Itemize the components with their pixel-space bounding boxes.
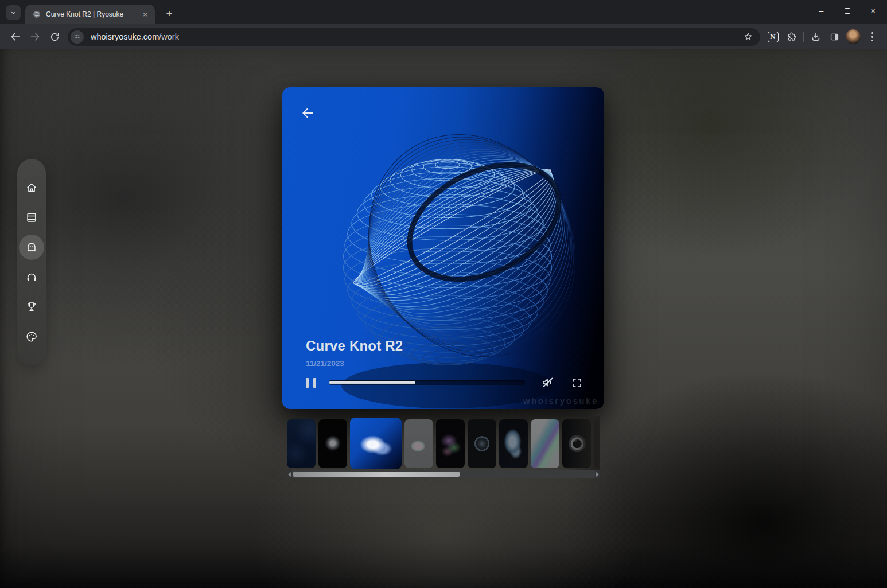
site-sidebar <box>17 159 46 365</box>
forward-arrow-icon <box>29 31 41 42</box>
sidebar-item-journal[interactable] <box>19 205 44 230</box>
gallery-thumbnail-4[interactable] <box>404 419 433 468</box>
browser-menu-button[interactable] <box>863 28 881 46</box>
gallery-thumbnail-6[interactable] <box>468 419 496 468</box>
tab-close-button[interactable]: × <box>140 9 150 20</box>
sidebar-item-home[interactable] <box>19 175 44 200</box>
scrollbar-track[interactable] <box>292 470 595 478</box>
new-tab-button[interactable]: + <box>162 6 177 21</box>
close-button[interactable]: × <box>860 1 886 21</box>
toolbar-divider <box>803 32 804 42</box>
gallery-thumbnail-3[interactable] <box>350 418 402 469</box>
tune-icon <box>73 33 81 41</box>
palette-icon <box>25 330 38 343</box>
headphones-icon <box>25 271 38 283</box>
gallery-thumbnail-2[interactable] <box>318 419 347 468</box>
modal-back-button[interactable] <box>298 103 318 123</box>
scroll-right-arrow[interactable] <box>595 470 600 478</box>
puzzle-icon <box>786 32 797 42</box>
maximize-button[interactable] <box>834 1 860 21</box>
downloads-button[interactable] <box>807 28 825 46</box>
sidebar-item-achievements[interactable] <box>19 294 44 320</box>
maximize-icon <box>845 8 850 14</box>
journal-icon <box>25 211 38 224</box>
browser-toolbar: whoisryosuke.com/work N <box>0 24 887 49</box>
notion-extension-button[interactable]: N <box>764 28 782 46</box>
project-info: Curve Knot R2 11/21/2023 <box>306 338 403 368</box>
gallery-thumbnail-5[interactable] <box>436 419 465 468</box>
reload-icon <box>49 32 60 42</box>
gallery-thumbnail-strip <box>287 418 600 469</box>
back-button[interactable] <box>6 27 25 46</box>
star-icon <box>743 32 753 42</box>
side-panel-icon <box>829 32 840 42</box>
ghost-icon <box>25 241 38 254</box>
player-controls <box>306 375 583 390</box>
page-content: Curve Knot R2 11/21/2023 <box>0 49 887 588</box>
gallery-thumbnail-7[interactable] <box>499 419 528 468</box>
side-panel-button[interactable] <box>825 28 843 46</box>
site-info-button[interactable] <box>71 30 84 44</box>
download-icon <box>810 31 822 42</box>
project-date: 11/21/2023 <box>306 359 403 368</box>
url-path: /work <box>159 32 179 41</box>
chevron-down-icon <box>10 9 17 17</box>
progress-bar[interactable] <box>329 380 525 385</box>
tab-active[interactable]: Curve Knot R2 | Ryosuke × <box>25 5 155 24</box>
url-domain: whoisryosuke.com <box>91 32 159 41</box>
arrow-right-icon <box>596 472 599 477</box>
bookmark-button[interactable] <box>741 29 756 44</box>
profile-avatar[interactable] <box>846 29 861 44</box>
tab-strip: Curve Knot R2 | Ryosuke × + – × <box>0 0 887 24</box>
fullscreen-button[interactable] <box>570 376 583 390</box>
minimize-button[interactable]: – <box>808 1 834 21</box>
gallery-thumbnail-8[interactable] <box>531 419 559 468</box>
fullscreen-icon <box>571 377 583 389</box>
progress-fill <box>329 381 415 384</box>
back-arrow-icon <box>10 31 21 42</box>
window-controls: – × <box>808 1 886 21</box>
pause-icon <box>306 378 309 388</box>
sidebar-item-music[interactable] <box>19 264 44 290</box>
gallery-scrollbar[interactable] <box>287 470 600 478</box>
sidebar-item-theme[interactable] <box>19 324 44 349</box>
trophy-icon <box>25 301 38 313</box>
browser-window: Curve Knot R2 | Ryosuke × + – × <box>0 0 887 588</box>
kebab-menu-icon <box>871 32 873 41</box>
project-title: Curve Knot R2 <box>306 338 403 354</box>
globe-favicon-icon <box>32 10 41 19</box>
back-arrow-icon <box>301 106 316 120</box>
extensions-button[interactable] <box>782 28 800 46</box>
scrollbar-thumb[interactable] <box>293 472 460 477</box>
gallery-thumbnail-1[interactable] <box>287 419 316 468</box>
tab-title: Curve Knot R2 | Ryosuke <box>46 10 140 18</box>
tab-search-button[interactable] <box>6 5 21 20</box>
volume-muted-icon <box>541 376 555 390</box>
reload-button[interactable] <box>45 27 64 46</box>
url-text: whoisryosuke.com/work <box>91 32 179 41</box>
notion-icon: N <box>768 32 779 42</box>
project-modal: Curve Knot R2 11/21/2023 <box>282 87 604 409</box>
arrow-left-icon <box>288 472 291 477</box>
pause-icon <box>313 378 316 388</box>
sidebar-item-work[interactable] <box>19 235 44 260</box>
watermark: whoisryosuke <box>523 396 598 406</box>
pause-button[interactable] <box>306 378 316 388</box>
gallery-thumbnail-10[interactable] <box>594 419 600 468</box>
scroll-left-arrow[interactable] <box>287 470 292 478</box>
mute-button[interactable] <box>540 375 556 391</box>
forward-button[interactable] <box>25 27 45 46</box>
address-bar[interactable]: whoisryosuke.com/work <box>68 28 760 46</box>
gallery-thumbnail-9[interactable] <box>562 419 591 468</box>
home-icon <box>25 181 38 194</box>
